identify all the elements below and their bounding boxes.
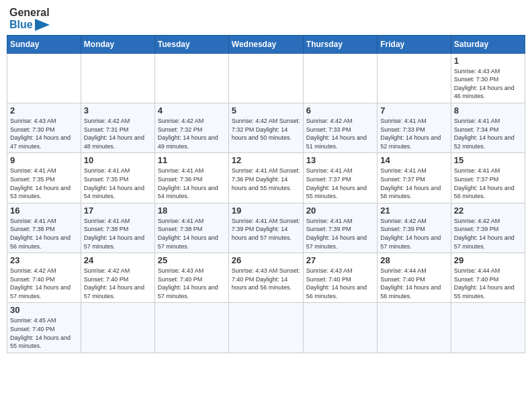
day-info: Sunrise: 4:41 AM Sunset: 7:33 PM Dayligh… bbox=[380, 117, 447, 150]
calendar-cell: 5Sunrise: 4:42 AM Sunset: 7:32 PM Daylig… bbox=[228, 103, 303, 152]
day-info: Sunrise: 4:41 AM Sunset: 7:35 PM Dayligh… bbox=[84, 167, 152, 200]
day-number: 21 bbox=[380, 205, 447, 216]
calendar-cell bbox=[303, 303, 377, 353]
day-info: Sunrise: 4:43 AM Sunset: 7:40 PM Dayligh… bbox=[158, 267, 226, 300]
day-info: Sunrise: 4:42 AM Sunset: 7:39 PM Dayligh… bbox=[380, 217, 447, 250]
calendar-cell: 4Sunrise: 4:42 AM Sunset: 7:32 PM Daylig… bbox=[154, 103, 228, 152]
calendar-cell: 9Sunrise: 4:41 AM Sunset: 7:35 PM Daylig… bbox=[7, 153, 81, 203]
weekday-header-tuesday: Tuesday bbox=[154, 35, 228, 53]
day-info: Sunrise: 4:43 AM Sunset: 7:40 PM Dayligh… bbox=[306, 267, 374, 300]
day-number: 4 bbox=[158, 105, 226, 116]
calendar-cell: 28Sunrise: 4:44 AM Sunset: 7:40 PM Dayli… bbox=[378, 253, 451, 303]
day-number: 23 bbox=[10, 255, 78, 265]
calendar-cell: 15Sunrise: 4:41 AM Sunset: 7:37 PM Dayli… bbox=[451, 153, 525, 203]
day-number: 19 bbox=[232, 205, 300, 216]
day-number: 25 bbox=[158, 255, 226, 265]
calendar-cell: 17Sunrise: 4:41 AM Sunset: 7:38 PM Dayli… bbox=[81, 203, 154, 253]
day-info: Sunrise: 4:41 AM Sunset: 7:37 PM Dayligh… bbox=[306, 167, 374, 200]
day-number: 14 bbox=[380, 155, 447, 165]
day-info: Sunrise: 4:41 AM Sunset: 7:37 PM Dayligh… bbox=[454, 167, 522, 200]
day-info: Sunrise: 4:41 AM Sunset: 7:34 PM Dayligh… bbox=[454, 117, 522, 150]
day-number: 7 bbox=[380, 105, 447, 116]
calendar-cell bbox=[228, 303, 303, 353]
day-number: 6 bbox=[306, 105, 374, 116]
calendar-cell bbox=[378, 303, 451, 353]
page-header: General Blue bbox=[7, 7, 525, 31]
calendar-week-row: 16Sunrise: 4:41 AM Sunset: 7:38 PM Dayli… bbox=[7, 203, 525, 253]
day-number: 9 bbox=[10, 155, 78, 165]
calendar-cell: 20Sunrise: 4:41 AM Sunset: 7:39 PM Dayli… bbox=[303, 203, 377, 253]
day-number: 2 bbox=[10, 105, 78, 116]
day-number: 18 bbox=[158, 205, 226, 216]
day-info: Sunrise: 4:44 AM Sunset: 7:40 PM Dayligh… bbox=[454, 267, 522, 300]
day-info: Sunrise: 4:41 AM Sunset: 7:39 PM Dayligh… bbox=[306, 217, 374, 250]
weekday-header-row: SundayMondayTuesdayWednesdayThursdayFrid… bbox=[7, 35, 525, 53]
svg-marker-0 bbox=[35, 19, 50, 31]
weekday-header-saturday: Saturday bbox=[451, 35, 525, 53]
day-info: Sunrise: 4:43 AM Sunset: 7:30 PM Dayligh… bbox=[10, 117, 78, 150]
calendar-cell: 12Sunrise: 4:41 AM Sunset: 7:36 PM Dayli… bbox=[228, 153, 303, 203]
day-info: Sunrise: 4:42 AM Sunset: 7:39 PM Dayligh… bbox=[454, 217, 522, 250]
day-info: Sunrise: 4:41 AM Sunset: 7:38 PM Dayligh… bbox=[10, 217, 78, 250]
calendar-cell: 19Sunrise: 4:41 AM Sunset: 7:39 PM Dayli… bbox=[228, 203, 303, 253]
calendar-cell: 27Sunrise: 4:43 AM Sunset: 7:40 PM Dayli… bbox=[303, 253, 377, 303]
day-info: Sunrise: 4:42 AM Sunset: 7:32 PM Dayligh… bbox=[232, 117, 300, 142]
calendar-cell bbox=[81, 303, 154, 353]
calendar-week-row: 1Sunrise: 4:43 AM Sunset: 7:30 PM Daylig… bbox=[7, 53, 525, 103]
day-number: 28 bbox=[380, 255, 447, 265]
day-number: 12 bbox=[232, 155, 300, 165]
calendar-cell: 1Sunrise: 4:43 AM Sunset: 7:30 PM Daylig… bbox=[451, 53, 525, 103]
calendar-week-row: 2Sunrise: 4:43 AM Sunset: 7:30 PM Daylig… bbox=[7, 103, 525, 152]
calendar-cell: 3Sunrise: 4:42 AM Sunset: 7:31 PM Daylig… bbox=[81, 103, 154, 152]
calendar-cell: 18Sunrise: 4:41 AM Sunset: 7:38 PM Dayli… bbox=[154, 203, 228, 253]
day-info: Sunrise: 4:42 AM Sunset: 7:32 PM Dayligh… bbox=[158, 117, 226, 150]
day-number: 5 bbox=[232, 105, 300, 116]
calendar-cell: 24Sunrise: 4:42 AM Sunset: 7:40 PM Dayli… bbox=[81, 253, 154, 303]
day-number: 10 bbox=[84, 155, 152, 165]
calendar-cell: 21Sunrise: 4:42 AM Sunset: 7:39 PM Dayli… bbox=[378, 203, 451, 253]
calendar-cell: 29Sunrise: 4:44 AM Sunset: 7:40 PM Dayli… bbox=[451, 253, 525, 303]
calendar-week-row: 30Sunrise: 4:45 AM Sunset: 7:40 PM Dayli… bbox=[7, 303, 525, 353]
day-info: Sunrise: 4:44 AM Sunset: 7:40 PM Dayligh… bbox=[380, 267, 447, 300]
logo-triangle-icon bbox=[35, 19, 50, 31]
calendar-cell bbox=[7, 53, 81, 103]
calendar-cell: 13Sunrise: 4:41 AM Sunset: 7:37 PM Dayli… bbox=[303, 153, 377, 203]
day-number: 24 bbox=[84, 255, 152, 265]
calendar-cell: 25Sunrise: 4:43 AM Sunset: 7:40 PM Dayli… bbox=[154, 253, 228, 303]
calendar-cell: 14Sunrise: 4:41 AM Sunset: 7:37 PM Dayli… bbox=[378, 153, 451, 203]
calendar-week-row: 23Sunrise: 4:42 AM Sunset: 7:40 PM Dayli… bbox=[7, 253, 525, 303]
calendar-cell: 8Sunrise: 4:41 AM Sunset: 7:34 PM Daylig… bbox=[451, 103, 525, 152]
calendar-cell: 23Sunrise: 4:42 AM Sunset: 7:40 PM Dayli… bbox=[7, 253, 81, 303]
logo: General Blue bbox=[9, 7, 50, 31]
day-number: 1 bbox=[454, 56, 522, 66]
calendar-week-row: 9Sunrise: 4:41 AM Sunset: 7:35 PM Daylig… bbox=[7, 153, 525, 203]
calendar-cell bbox=[303, 53, 377, 103]
day-number: 29 bbox=[454, 255, 522, 265]
day-info: Sunrise: 4:42 AM Sunset: 7:33 PM Dayligh… bbox=[306, 117, 374, 150]
day-info: Sunrise: 4:41 AM Sunset: 7:39 PM Dayligh… bbox=[232, 217, 300, 242]
day-number: 26 bbox=[232, 255, 300, 265]
day-number: 22 bbox=[454, 205, 522, 216]
calendar-cell bbox=[154, 303, 228, 353]
weekday-header-sunday: Sunday bbox=[7, 35, 81, 53]
day-number: 13 bbox=[306, 155, 374, 165]
calendar-cell bbox=[81, 53, 154, 103]
calendar-cell: 7Sunrise: 4:41 AM Sunset: 7:33 PM Daylig… bbox=[378, 103, 451, 152]
day-number: 11 bbox=[158, 155, 226, 165]
day-info: Sunrise: 4:42 AM Sunset: 7:40 PM Dayligh… bbox=[84, 267, 152, 300]
calendar-cell: 11Sunrise: 4:41 AM Sunset: 7:36 PM Dayli… bbox=[154, 153, 228, 203]
day-number: 3 bbox=[84, 105, 152, 116]
calendar-cell bbox=[378, 53, 451, 103]
weekday-header-thursday: Thursday bbox=[303, 35, 377, 53]
calendar-cell bbox=[228, 53, 303, 103]
calendar-cell bbox=[451, 303, 525, 353]
calendar-table: SundayMondayTuesdayWednesdayThursdayFrid… bbox=[7, 35, 525, 353]
day-info: Sunrise: 4:41 AM Sunset: 7:38 PM Dayligh… bbox=[84, 217, 152, 250]
logo-general: General bbox=[9, 7, 50, 19]
weekday-header-monday: Monday bbox=[81, 35, 154, 53]
day-info: Sunrise: 4:42 AM Sunset: 7:31 PM Dayligh… bbox=[84, 117, 152, 150]
calendar-cell: 2Sunrise: 4:43 AM Sunset: 7:30 PM Daylig… bbox=[7, 103, 81, 152]
day-number: 8 bbox=[454, 105, 522, 116]
day-number: 17 bbox=[84, 205, 152, 216]
logo-blue: Blue bbox=[9, 19, 33, 31]
